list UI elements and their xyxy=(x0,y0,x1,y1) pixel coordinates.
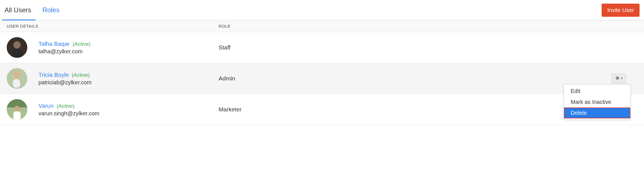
user-email: varun.singh@zylker.com xyxy=(38,110,219,117)
gear-icon xyxy=(615,76,620,82)
column-header-role: ROLE xyxy=(219,24,341,28)
table-header: USER DETAILS ROLE xyxy=(0,20,644,32)
caret-down-icon xyxy=(620,77,623,81)
svg-point-8 xyxy=(14,106,20,111)
tab-all-users[interactable]: All Users xyxy=(4,0,33,20)
user-status: (Active) xyxy=(73,41,91,47)
user-role: Marketer xyxy=(219,106,341,113)
row-actions-dropdown: Edit Mark as Inactive Delete xyxy=(564,84,631,120)
svg-rect-9 xyxy=(13,111,21,120)
user-email: talha@zylker.com xyxy=(38,48,219,55)
avatar xyxy=(7,99,27,120)
user-role: Staff xyxy=(219,44,341,51)
svg-rect-2 xyxy=(12,49,22,58)
user-info: Talha Baqar (Active) talha@zylker.com xyxy=(38,40,219,55)
svg-point-1 xyxy=(13,41,21,49)
table-row: Talha Baqar (Active) talha@zylker.com St… xyxy=(0,32,644,63)
user-info: Tricia Boyle (Active) patriciab@zylker.c… xyxy=(38,71,219,86)
row-actions-button[interactable] xyxy=(612,74,626,83)
avatar xyxy=(7,68,27,89)
invite-user-button[interactable]: Invite User xyxy=(602,4,640,17)
user-name-link[interactable]: Varun xyxy=(38,102,54,109)
avatar xyxy=(7,37,27,58)
user-role: Admin xyxy=(219,75,341,82)
user-email: patriciab@zylker.com xyxy=(38,79,219,86)
user-name-link[interactable]: Talha Baqar xyxy=(38,40,70,47)
tab-roles[interactable]: Roles xyxy=(42,0,62,20)
dropdown-item-delete[interactable]: Delete xyxy=(564,107,630,118)
dropdown-item-edit[interactable]: Edit xyxy=(564,86,630,97)
svg-rect-5 xyxy=(13,79,20,88)
tabs: All Users Roles xyxy=(4,0,62,20)
column-header-user-details: USER DETAILS xyxy=(7,24,219,28)
user-name-link[interactable]: Tricia Boyle xyxy=(38,71,69,78)
user-status: (Active) xyxy=(72,72,89,78)
header-bar: All Users Roles Invite User xyxy=(0,0,644,20)
table-row: Varun (Active) varun.singh@zylker.com Ma… xyxy=(0,94,644,125)
user-status: (Active) xyxy=(57,103,74,109)
dropdown-item-mark-inactive[interactable]: Mark as Inactive xyxy=(564,97,630,107)
user-info: Varun (Active) varun.singh@zylker.com xyxy=(38,102,219,117)
table-row: Tricia Boyle (Active) patriciab@zylker.c… xyxy=(0,63,644,94)
